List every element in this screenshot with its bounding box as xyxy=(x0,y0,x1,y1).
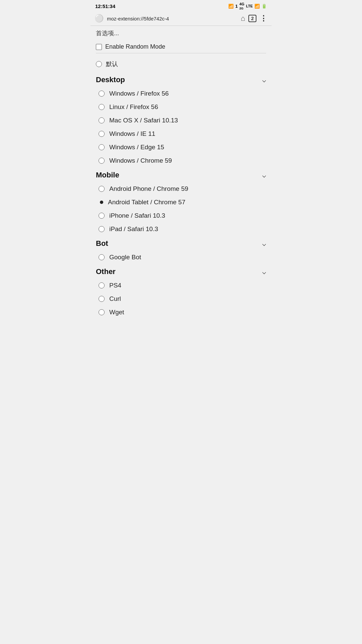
list-item[interactable]: iPhone / Safari 10.3 xyxy=(96,209,266,222)
item-label: PS4 xyxy=(109,282,121,289)
section-title-desktop: Desktop xyxy=(96,75,125,84)
item-radio[interactable] xyxy=(99,213,105,219)
default-radio[interactable] xyxy=(96,61,102,67)
item-radio[interactable] xyxy=(99,186,105,192)
status-icons: 📶 1 4G2G LTE 📶 🔋 xyxy=(228,2,267,10)
chevron-down-icon-desktop: ⌵ xyxy=(262,76,266,84)
section-bot: Bot⌵Google Bot xyxy=(96,236,266,264)
item-radio[interactable] xyxy=(99,117,105,123)
item-label: iPad / Safari 10.3 xyxy=(109,225,158,233)
list-item[interactable]: Curl xyxy=(96,292,266,306)
item-label: Android Tablet / Chrome 57 xyxy=(108,199,185,206)
list-item[interactable]: Windows / Edge 15 xyxy=(96,141,266,154)
section-desktop: Desktop⌵Windows / Firefox 56Linux / Fire… xyxy=(96,72,266,167)
section-title-other: Other xyxy=(96,267,116,276)
list-item[interactable]: Google Bot xyxy=(96,251,266,264)
item-label: Windows / Firefox 56 xyxy=(109,90,169,97)
url-display[interactable]: moz-extension://5fde742c-4 xyxy=(107,16,237,21)
page-title: 首选项... xyxy=(96,29,266,37)
item-radio[interactable] xyxy=(99,296,105,302)
item-radio[interactable] xyxy=(99,309,105,315)
list-item[interactable]: Linux / Firefox 56 xyxy=(96,100,266,114)
section-header-other[interactable]: Other⌵ xyxy=(96,264,266,279)
item-label: iPhone / Safari 10.3 xyxy=(109,212,165,219)
list-item[interactable]: Windows / Chrome 59 xyxy=(96,154,266,167)
sim-icon: 1 xyxy=(235,4,238,9)
list-item[interactable]: Android Phone / Chrome 59 xyxy=(96,182,266,196)
item-label: Windows / IE 11 xyxy=(109,130,155,138)
item-label: Mac OS X / Safari 10.13 xyxy=(109,117,178,124)
menu-icon[interactable]: ⋮ xyxy=(260,14,267,23)
list-item[interactable]: Windows / IE 11 xyxy=(96,127,266,141)
enable-random-label: Enable Random Mode xyxy=(105,43,165,50)
default-row[interactable]: 默认 xyxy=(96,57,266,71)
item-label: Linux / Firefox 56 xyxy=(109,103,158,111)
list-item[interactable]: Windows / Firefox 56 xyxy=(96,87,266,100)
sections-container: Desktop⌵Windows / Firefox 56Linux / Fire… xyxy=(96,72,266,319)
item-radio[interactable] xyxy=(99,282,105,288)
section-header-bot[interactable]: Bot⌵ xyxy=(96,236,266,251)
section-header-desktop[interactable]: Desktop⌵ xyxy=(96,72,266,87)
wifi-icon: 📶 xyxy=(228,4,234,9)
default-label: 默认 xyxy=(106,60,118,68)
list-item[interactable]: Wget xyxy=(96,306,266,319)
section-header-mobile[interactable]: Mobile⌵ xyxy=(96,167,266,182)
enable-random-checkbox[interactable] xyxy=(96,44,102,50)
item-radio[interactable] xyxy=(99,226,105,232)
item-radio[interactable] xyxy=(99,158,105,164)
item-radio[interactable] xyxy=(99,91,105,97)
item-radio[interactable] xyxy=(99,131,105,137)
item-label: Android Phone / Chrome 59 xyxy=(109,185,188,193)
list-item[interactable]: Android Tablet / Chrome 57 xyxy=(96,196,266,209)
address-bar: ⚪ moz-extension://5fde742c-4 ⌂ 2 ⋮ xyxy=(90,11,272,26)
network-4g: 4G2G xyxy=(239,2,244,10)
section-mobile: Mobile⌵Android Phone / Chrome 59Android … xyxy=(96,167,266,236)
bullet-icon xyxy=(100,201,103,204)
chevron-down-icon-other: ⌵ xyxy=(262,268,266,276)
item-radio[interactable] xyxy=(99,144,105,150)
list-item[interactable]: Mac OS X / Safari 10.13 xyxy=(96,114,266,127)
home-icon[interactable]: ⌂ xyxy=(241,14,245,23)
list-item[interactable]: PS4 xyxy=(96,279,266,292)
section-title-bot: Bot xyxy=(96,239,108,248)
list-item[interactable]: iPad / Safari 10.3 xyxy=(96,222,266,236)
item-radio[interactable] xyxy=(99,104,105,110)
item-label: Windows / Chrome 59 xyxy=(109,157,172,164)
page-content: 首选项... Enable Random Mode 默认 Desktop⌵Win… xyxy=(90,26,272,322)
item-label: Curl xyxy=(109,295,121,303)
signal-bars: 📶 xyxy=(254,4,260,9)
item-label: Google Bot xyxy=(109,254,141,261)
battery-icon: 🔋 xyxy=(261,4,267,9)
tab-count[interactable]: 2 xyxy=(248,15,256,22)
section-title-mobile: Mobile xyxy=(96,171,119,179)
item-label: Windows / Edge 15 xyxy=(109,144,164,151)
lte-label: LTE xyxy=(246,4,253,8)
status-bar: 12:51:34 📶 1 4G2G LTE 📶 🔋 xyxy=(90,0,272,11)
item-radio[interactable] xyxy=(99,254,105,260)
chevron-down-icon-bot: ⌵ xyxy=(262,239,266,248)
chevron-down-icon-mobile: ⌵ xyxy=(262,171,266,179)
globe-icon: ⚪ xyxy=(95,14,104,23)
item-label: Wget xyxy=(109,309,124,316)
enable-random-row[interactable]: Enable Random Mode xyxy=(96,41,266,53)
section-other: Other⌵PS4CurlWget xyxy=(96,264,266,319)
status-time: 12:51:34 xyxy=(95,3,115,9)
